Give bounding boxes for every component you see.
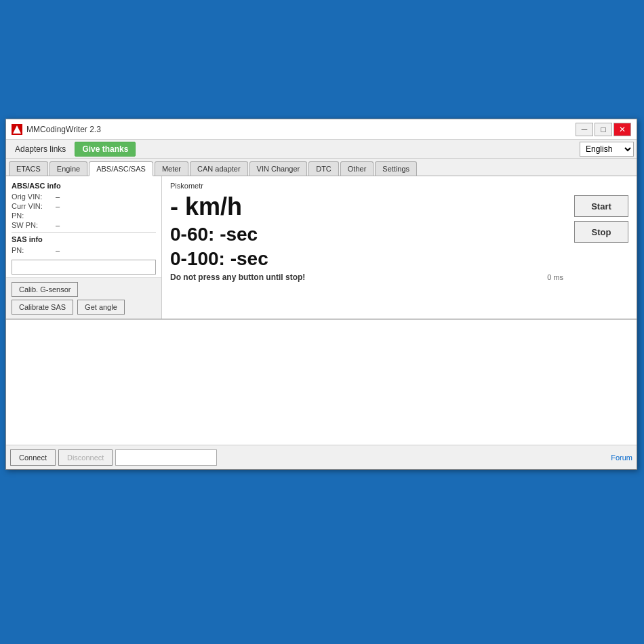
tab-abs-asc-sas[interactable]: ABS/ASC/SAS [89, 161, 153, 176]
content-area: ABS/ASC info Orig VIN: – Curr VIN: – PN:… [6, 176, 637, 319]
window-controls: ─ □ ✕ [576, 123, 631, 136]
minimize-button[interactable]: ─ [576, 123, 593, 136]
pn-row: PN: [12, 212, 156, 220]
forum-link[interactable]: Forum [611, 454, 632, 462]
sas-pn-label: PN: [12, 246, 56, 254]
curr-vin-row: Curr VIN: – [12, 202, 156, 210]
warning-row: Do not press any button until stop! 0 ms [170, 273, 563, 282]
tab-settings[interactable]: Settings [375, 161, 417, 176]
sas-info-header: SAS info [12, 235, 156, 243]
accel-060-display: 0-60: -sec [170, 224, 563, 245]
tab-meter[interactable]: Meter [155, 161, 188, 176]
sas-pn-value: – [56, 246, 60, 254]
piskometr-content: - km/h 0-60: -sec 0-100: -sec Do not pre… [170, 193, 628, 282]
give-thanks-button[interactable]: Give thanks [75, 142, 136, 157]
calibrate-sas-button[interactable]: Calibrate SAS [12, 300, 73, 315]
info-text-input[interactable] [12, 260, 156, 275]
timer-text: 0 ms [547, 273, 563, 281]
piskometr-title: Piskometr [170, 182, 628, 190]
app-icon [12, 124, 22, 135]
sas-pn-row: PN: – [12, 246, 156, 254]
tab-can-adapter[interactable]: CAN adapter [190, 161, 248, 176]
disconnect-button[interactable]: Disconnect [58, 449, 113, 466]
speed-display: - km/h [170, 193, 563, 221]
curr-vin-value: – [56, 202, 60, 210]
start-button[interactable]: Start [574, 195, 628, 217]
log-area [6, 319, 637, 445]
svg-marker-0 [13, 125, 21, 134]
adapters-links-menu[interactable]: Adapters links [9, 142, 72, 157]
title-bar: MMCodingWriter 2.3 ─ □ ✕ [6, 119, 637, 140]
warning-text: Do not press any button until stop! [170, 273, 305, 282]
abs-info-header: ABS/ASC info [12, 182, 156, 190]
maximize-button[interactable]: □ [595, 123, 612, 136]
stop-button[interactable]: Stop [574, 221, 628, 243]
accel-0100-display: 0-100: -sec [170, 248, 563, 270]
curr-vin-label: Curr VIN: [12, 202, 56, 210]
language-select[interactable]: English Russian German [580, 142, 634, 157]
piskometr-data: - km/h 0-60: -sec 0-100: -sec Do not pre… [170, 193, 563, 282]
sw-pn-label: SW PN: [12, 221, 56, 229]
pn-label: PN: [12, 212, 56, 220]
orig-vin-label: Orig VIN: [12, 193, 56, 201]
close-button[interactable]: ✕ [613, 123, 631, 136]
calib-gsensor-button[interactable]: Calib. G-sensor [12, 282, 78, 297]
tab-etacs[interactable]: ETACS [9, 161, 48, 176]
status-input[interactable] [115, 449, 217, 466]
tab-vin-changer[interactable]: VIN Changer [249, 161, 308, 176]
window-title: MMCodingWriter 2.3 [26, 125, 576, 134]
menu-bar: Adapters links Give thanks English Russi… [6, 140, 637, 159]
main-window: MMCodingWriter 2.3 ─ □ ✕ Adapters links … [5, 119, 637, 470]
piskometr-panel: Piskometr - km/h 0-60: -sec 0-100: -sec … [162, 176, 637, 319]
status-bar: Connect Disconnect Forum [6, 445, 637, 469]
sas-buttons-row: Calibrate SAS Get angle [12, 300, 156, 315]
sw-pn-row: SW PN: – [12, 221, 156, 229]
orig-vin-row: Orig VIN: – [12, 193, 156, 201]
sw-pn-value: – [56, 221, 60, 229]
tab-engine[interactable]: Engine [49, 161, 87, 176]
tab-other[interactable]: Other [340, 161, 374, 176]
left-panel: ABS/ASC info Orig VIN: – Curr VIN: – PN:… [6, 176, 162, 319]
orig-vin-value: – [56, 193, 60, 201]
tab-bar: ETACS Engine ABS/ASC/SAS Meter CAN adapt… [6, 159, 637, 176]
piskometr-buttons: Start Stop [574, 193, 628, 282]
connect-button[interactable]: Connect [10, 449, 56, 466]
get-angle-button[interactable]: Get angle [77, 300, 125, 315]
tab-dtc[interactable]: DTC [308, 161, 339, 176]
